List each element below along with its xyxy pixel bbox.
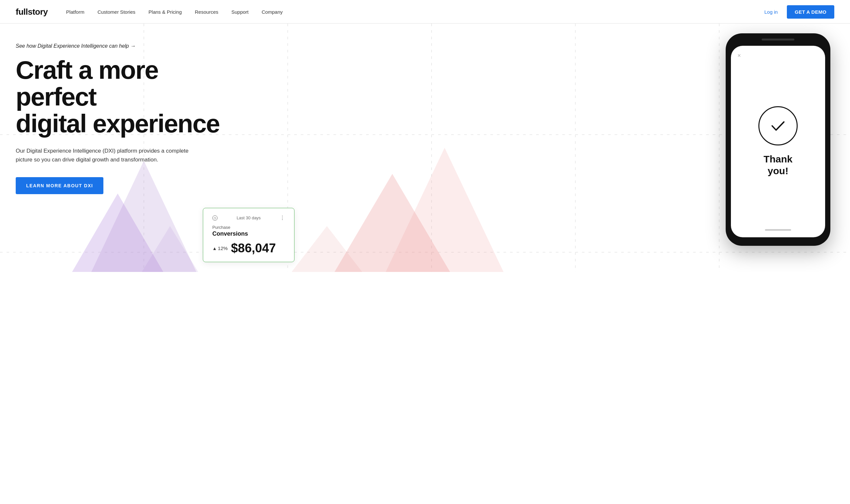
login-button[interactable]: Log in (759, 6, 783, 17)
phone-outer: × Thank you! (726, 33, 830, 246)
close-icon: × (738, 52, 741, 59)
arrow-up-icon: ▲ (212, 246, 217, 251)
hero-tagline[interactable]: See how Digital Experience Intelligence … (16, 43, 245, 49)
svg-marker-12 (0, 194, 235, 272)
phone-screen: × Thank you! (731, 46, 825, 237)
hero-subtitle: Our Digital Experience Intelligence (DXI… (16, 146, 199, 164)
stats-header-left: ◷ (212, 215, 218, 221)
hero-cta-button[interactable]: LEARN MORE ABOUT DXI (16, 177, 103, 194)
stats-card-header: ◷ Last 30 days ⋮ (212, 215, 285, 221)
nav-item-company[interactable]: Company (257, 6, 288, 17)
nav-item-platform[interactable]: Platform (61, 6, 90, 17)
stats-percent-value: 12% (218, 246, 228, 251)
check-circle-icon (758, 106, 798, 145)
stats-title: Conversions (212, 230, 285, 237)
stats-period: Last 30 days (237, 215, 261, 220)
stats-value-row: ▲ 12% $86,047 (212, 241, 285, 255)
stats-label: Purchase (212, 225, 285, 230)
logo[interactable]: fullstory (16, 7, 48, 17)
hero-section: See how Digital Experience Intelligence … (0, 23, 850, 272)
stats-card: ◷ Last 30 days ⋮ Purchase Conversions ▲ … (203, 208, 294, 262)
hero-title: Craft a more perfect digital experience (16, 57, 245, 137)
nav-links: Platform Customer Stories Plans & Pricin… (61, 6, 759, 17)
svg-marker-10 (327, 148, 562, 272)
navbar: fullstory Platform Customer Stories Plan… (0, 0, 850, 23)
hero-content: See how Digital Experience Intelligence … (16, 43, 245, 194)
phone-notch (762, 39, 794, 40)
nav-item-support[interactable]: Support (226, 6, 254, 17)
demo-button[interactable]: GET A DEMO (787, 5, 834, 19)
phone-mockup: × Thank you! (726, 33, 830, 246)
phone-home-indicator (765, 229, 791, 231)
nav-actions: Log in GET A DEMO (759, 5, 834, 19)
stats-percent: ▲ 12% (212, 246, 228, 251)
svg-marker-9 (261, 174, 523, 272)
clock-icon: ◷ (212, 215, 218, 221)
nav-item-plans-pricing[interactable]: Plans & Pricing (143, 6, 187, 17)
hero-title-line2: digital experience (16, 109, 220, 138)
stats-number-value: $86,047 (231, 241, 276, 255)
nav-item-customer-stories[interactable]: Customer Stories (92, 6, 141, 17)
more-options-icon[interactable]: ⋮ (280, 215, 285, 221)
phone-thank-you-text: Thank you! (764, 153, 793, 177)
hero-title-line1: Craft a more perfect (16, 56, 158, 111)
nav-item-resources[interactable]: Resources (190, 6, 224, 17)
